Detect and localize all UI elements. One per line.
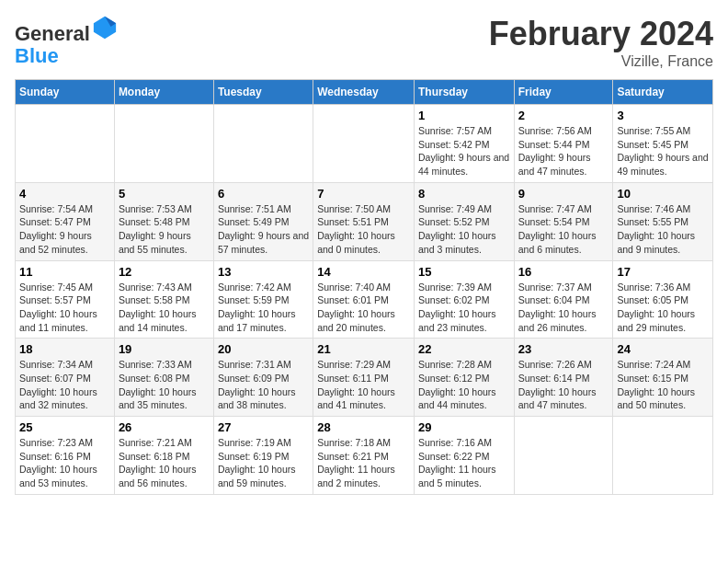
calendar-cell: 26Sunrise: 7:21 AM Sunset: 6:18 PM Dayli… xyxy=(114,417,213,495)
calendar-cell: 8Sunrise: 7:49 AM Sunset: 5:52 PM Daylig… xyxy=(414,182,514,260)
day-info: Sunrise: 7:28 AM Sunset: 6:12 PM Dayligh… xyxy=(418,358,510,412)
calendar-cell: 3Sunrise: 7:55 AM Sunset: 5:45 PM Daylig… xyxy=(613,105,713,183)
calendar-cell: 18Sunrise: 7:34 AM Sunset: 6:07 PM Dayli… xyxy=(16,339,115,417)
day-number: 25 xyxy=(19,420,110,434)
day-info: Sunrise: 7:50 AM Sunset: 5:51 PM Dayligh… xyxy=(317,202,410,257)
day-info: Sunrise: 7:33 AM Sunset: 6:08 PM Dayligh… xyxy=(119,358,210,412)
calendar-cell: 15Sunrise: 7:39 AM Sunset: 6:02 PM Dayli… xyxy=(414,260,514,339)
calendar-cell: 24Sunrise: 7:24 AM Sunset: 6:15 PM Dayli… xyxy=(613,339,713,417)
day-number: 1 xyxy=(418,109,510,122)
day-info: Sunrise: 7:29 AM Sunset: 6:11 PM Dayligh… xyxy=(317,358,410,412)
day-number: 26 xyxy=(119,420,210,434)
day-info: Sunrise: 7:18 AM Sunset: 6:21 PM Dayligh… xyxy=(317,436,410,490)
weekday-header-sunday: Sunday xyxy=(16,80,115,105)
day-info: Sunrise: 7:31 AM Sunset: 6:09 PM Dayligh… xyxy=(218,358,309,412)
day-info: Sunrise: 7:53 AM Sunset: 5:48 PM Dayligh… xyxy=(119,202,210,257)
day-number: 21 xyxy=(317,342,410,356)
day-info: Sunrise: 7:37 AM Sunset: 6:04 PM Dayligh… xyxy=(518,281,609,335)
day-number: 14 xyxy=(317,265,410,279)
day-info: Sunrise: 7:39 AM Sunset: 6:02 PM Dayligh… xyxy=(418,281,510,335)
weekday-header-saturday: Saturday xyxy=(613,80,713,105)
day-number: 18 xyxy=(19,342,110,356)
logo: General Blue xyxy=(15,15,118,67)
day-info: Sunrise: 7:43 AM Sunset: 5:58 PM Dayligh… xyxy=(119,281,210,335)
calendar-cell: 6Sunrise: 7:51 AM Sunset: 5:49 PM Daylig… xyxy=(213,182,313,260)
subtitle: Vizille, France xyxy=(489,53,713,70)
calendar-cell xyxy=(213,105,313,183)
calendar-cell: 17Sunrise: 7:36 AM Sunset: 6:05 PM Dayli… xyxy=(613,260,713,339)
weekday-header-thursday: Thursday xyxy=(414,80,514,105)
day-number: 12 xyxy=(119,265,210,279)
calendar-cell: 1Sunrise: 7:57 AM Sunset: 5:42 PM Daylig… xyxy=(414,105,514,183)
day-number: 27 xyxy=(218,420,309,434)
calendar-cell: 25Sunrise: 7:23 AM Sunset: 6:16 PM Dayli… xyxy=(16,417,115,495)
calendar-cell: 27Sunrise: 7:19 AM Sunset: 6:19 PM Dayli… xyxy=(213,417,313,495)
day-info: Sunrise: 7:24 AM Sunset: 6:15 PM Dayligh… xyxy=(617,358,709,412)
day-number: 17 xyxy=(617,265,709,279)
day-number: 11 xyxy=(19,265,110,279)
day-info: Sunrise: 7:36 AM Sunset: 6:05 PM Dayligh… xyxy=(617,281,709,335)
day-number: 15 xyxy=(418,265,510,279)
calendar-week-2: 4Sunrise: 7:54 AM Sunset: 5:47 PM Daylig… xyxy=(16,182,713,260)
calendar-cell: 21Sunrise: 7:29 AM Sunset: 6:11 PM Dayli… xyxy=(313,339,415,417)
day-number: 4 xyxy=(19,187,110,201)
day-info: Sunrise: 7:51 AM Sunset: 5:49 PM Dayligh… xyxy=(218,202,309,257)
day-info: Sunrise: 7:26 AM Sunset: 6:14 PM Dayligh… xyxy=(518,358,609,412)
calendar-cell xyxy=(16,105,115,183)
weekday-header-row: SundayMondayTuesdayWednesdayThursdayFrid… xyxy=(16,80,713,105)
page-header: General Blue February 2024 Vizille, Fran… xyxy=(15,15,713,70)
calendar-cell: 16Sunrise: 7:37 AM Sunset: 6:04 PM Dayli… xyxy=(514,260,613,339)
weekday-header-monday: Monday xyxy=(114,80,213,105)
calendar-cell: 14Sunrise: 7:40 AM Sunset: 6:01 PM Dayli… xyxy=(313,260,415,339)
day-info: Sunrise: 7:40 AM Sunset: 6:01 PM Dayligh… xyxy=(317,281,410,335)
day-number: 29 xyxy=(418,420,510,434)
calendar-cell: 12Sunrise: 7:43 AM Sunset: 5:58 PM Dayli… xyxy=(114,260,213,339)
weekday-header-friday: Friday xyxy=(514,80,613,105)
title-section: February 2024 Vizille, France xyxy=(489,15,713,70)
calendar-cell: 23Sunrise: 7:26 AM Sunset: 6:14 PM Dayli… xyxy=(514,339,613,417)
calendar-cell: 19Sunrise: 7:33 AM Sunset: 6:08 PM Dayli… xyxy=(114,339,213,417)
day-number: 7 xyxy=(317,187,410,201)
calendar-week-1: 1Sunrise: 7:57 AM Sunset: 5:42 PM Daylig… xyxy=(16,105,713,183)
calendar-cell: 13Sunrise: 7:42 AM Sunset: 5:59 PM Dayli… xyxy=(213,260,313,339)
calendar-cell: 22Sunrise: 7:28 AM Sunset: 6:12 PM Dayli… xyxy=(414,339,514,417)
calendar-cell: 5Sunrise: 7:53 AM Sunset: 5:48 PM Daylig… xyxy=(114,182,213,260)
day-number: 8 xyxy=(418,187,510,201)
day-number: 10 xyxy=(617,187,709,201)
day-info: Sunrise: 7:57 AM Sunset: 5:42 PM Dayligh… xyxy=(418,124,510,178)
day-info: Sunrise: 7:16 AM Sunset: 6:22 PM Dayligh… xyxy=(418,436,510,490)
day-number: 20 xyxy=(218,342,309,356)
main-title: February 2024 xyxy=(489,15,713,53)
day-info: Sunrise: 7:19 AM Sunset: 6:19 PM Dayligh… xyxy=(218,436,309,490)
day-number: 13 xyxy=(218,265,309,279)
day-info: Sunrise: 7:56 AM Sunset: 5:44 PM Dayligh… xyxy=(518,124,609,178)
weekday-header-tuesday: Tuesday xyxy=(213,80,313,105)
calendar-cell: 28Sunrise: 7:18 AM Sunset: 6:21 PM Dayli… xyxy=(313,417,415,495)
day-info: Sunrise: 7:45 AM Sunset: 5:57 PM Dayligh… xyxy=(19,281,110,335)
day-info: Sunrise: 7:42 AM Sunset: 5:59 PM Dayligh… xyxy=(218,281,309,335)
calendar-cell xyxy=(613,417,713,495)
logo-blue-text: Blue xyxy=(15,44,59,67)
svg-marker-0 xyxy=(94,17,116,39)
calendar-cell: 10Sunrise: 7:46 AM Sunset: 5:55 PM Dayli… xyxy=(613,182,713,260)
calendar-cell: 7Sunrise: 7:50 AM Sunset: 5:51 PM Daylig… xyxy=(313,182,415,260)
calendar-week-3: 11Sunrise: 7:45 AM Sunset: 5:57 PM Dayli… xyxy=(16,260,713,339)
calendar-week-4: 18Sunrise: 7:34 AM Sunset: 6:07 PM Dayli… xyxy=(16,339,713,417)
day-info: Sunrise: 7:21 AM Sunset: 6:18 PM Dayligh… xyxy=(119,436,210,490)
day-number: 5 xyxy=(119,187,210,201)
day-number: 6 xyxy=(218,187,309,201)
calendar-cell xyxy=(114,105,213,183)
day-number: 23 xyxy=(518,342,609,356)
day-info: Sunrise: 7:46 AM Sunset: 5:55 PM Dayligh… xyxy=(617,202,709,257)
day-number: 2 xyxy=(518,109,609,122)
day-number: 22 xyxy=(418,342,510,356)
day-info: Sunrise: 7:23 AM Sunset: 6:16 PM Dayligh… xyxy=(19,436,110,490)
calendar-cell xyxy=(514,417,613,495)
weekday-header-wednesday: Wednesday xyxy=(313,80,415,105)
day-info: Sunrise: 7:49 AM Sunset: 5:52 PM Dayligh… xyxy=(418,202,510,257)
day-info: Sunrise: 7:47 AM Sunset: 5:54 PM Dayligh… xyxy=(518,202,609,257)
calendar-cell: 9Sunrise: 7:47 AM Sunset: 5:54 PM Daylig… xyxy=(514,182,613,260)
day-number: 24 xyxy=(617,342,709,356)
calendar-cell xyxy=(313,105,415,183)
calendar-week-5: 25Sunrise: 7:23 AM Sunset: 6:16 PM Dayli… xyxy=(16,417,713,495)
